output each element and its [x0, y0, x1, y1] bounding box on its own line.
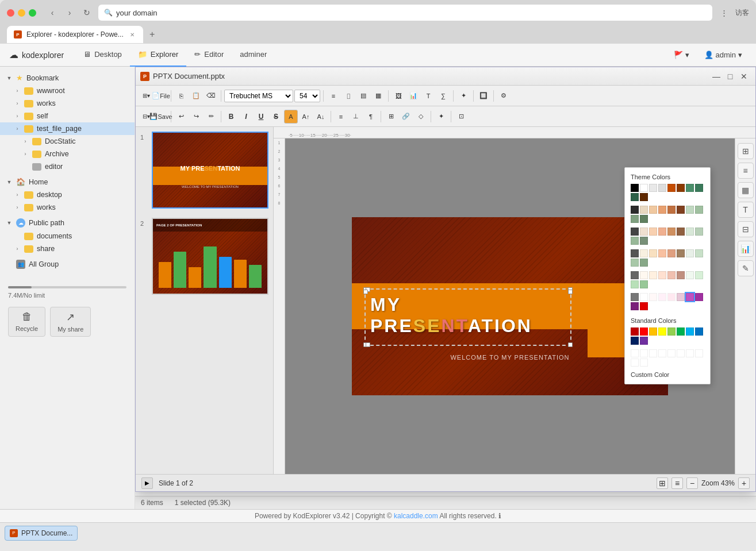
sidebar-item-works[interactable]: › works [0, 97, 135, 110]
cp-std-5[interactable] [667, 327, 676, 336]
footer-link[interactable]: kalcaddle.com [394, 512, 438, 520]
sidebar-item-editor[interactable]: editor [0, 160, 135, 173]
cp-r2-c2[interactable] [640, 206, 648, 214]
cp-r5-c4[interactable] [658, 271, 666, 279]
cp-r6-c7[interactable] [686, 293, 694, 301]
nav-item-explorer[interactable]: 📁 Explorer [130, 44, 186, 67]
handle-bm[interactable] [366, 342, 370, 347]
toolbar-halign-btn[interactable]: ≡ [334, 110, 348, 124]
cp-r6-c3[interactable] [649, 293, 657, 301]
toolbar-strike-btn[interactable]: S [269, 110, 283, 124]
zoom-grid-btn[interactable]: ⊞ [657, 477, 668, 489]
toolbar-chart-btn[interactable]: 📊 [406, 89, 420, 103]
pptx-minimize-button[interactable]: — [709, 70, 723, 83]
browser-tab[interactable]: P Explorer - kodexplorer - Powe... ✕ [7, 26, 143, 43]
rp-panel-btn[interactable]: ▦ [738, 182, 754, 198]
cp-r4-c2[interactable] [640, 249, 648, 257]
cp-color-gray1[interactable] [649, 184, 657, 192]
cp-r3-c10[interactable] [640, 237, 648, 245]
sidebar-item-share[interactable]: › share [0, 242, 135, 255]
cp-r4-c7[interactable] [686, 249, 694, 257]
toolbar-align-btn3[interactable]: ▤ [356, 89, 370, 103]
zoom-list-btn[interactable]: ≡ [671, 477, 683, 489]
toolbar-table-btn[interactable]: ⊞ [384, 110, 398, 124]
nav-item-editor[interactable]: ✏ Editor [186, 44, 232, 67]
forward-button[interactable]: › [63, 6, 76, 20]
sidebar-item-docstatic[interactable]: › DocStatic [0, 135, 135, 148]
cp-r4-c4[interactable] [658, 249, 666, 257]
new-tab-button[interactable]: + [145, 28, 159, 41]
cp-std-2[interactable] [640, 327, 648, 336]
cp-r6-c4[interactable] [658, 293, 666, 301]
cp-r5-c5[interactable] [667, 271, 676, 279]
handle-br[interactable] [568, 342, 573, 347]
cp-r2-c9[interactable] [631, 215, 639, 223]
pptx-close-button[interactable]: ✕ [737, 70, 751, 83]
toolbar-valign-btn[interactable]: ⊥ [349, 110, 363, 124]
cp-color-darkbrown[interactable] [640, 193, 648, 201]
cp-empty-9[interactable] [631, 359, 639, 367]
cp-empty-10[interactable] [640, 359, 648, 367]
toolbar-slide-btn[interactable]: 🔲 [477, 89, 490, 103]
cp-r5-c3[interactable] [649, 271, 657, 279]
cp-custom-color[interactable]: Custom Color [631, 371, 704, 378]
cp-r6-c8[interactable] [695, 293, 703, 301]
toolbar-math-btn[interactable]: ∑ [436, 89, 450, 103]
sidebar-item-bookmark[interactable]: ▼ ★ Bookmark [0, 71, 135, 84]
cp-std-7[interactable] [686, 327, 694, 336]
play-button[interactable]: ▶ [141, 477, 153, 489]
cp-r4-c1[interactable] [631, 249, 639, 257]
toolbar-eraser-btn[interactable]: ⌫ [204, 89, 218, 103]
cp-r3-c6[interactable] [677, 228, 685, 236]
toolbar-anim-btn[interactable]: ✦ [456, 89, 470, 103]
cp-std-3[interactable] [649, 327, 657, 336]
cp-r4-c10[interactable] [640, 259, 648, 267]
cp-r5-c8[interactable] [695, 271, 703, 279]
toolbar-bold-btn[interactable]: B [224, 110, 238, 124]
nav-item-desktop[interactable]: 🖥 Desktop [75, 44, 130, 67]
handle-ml[interactable] [363, 290, 368, 294]
zoom-out-btn[interactable]: − [686, 477, 698, 489]
toolbar-clear-btn[interactable]: ✏ [204, 110, 218, 124]
toolbar-misc-btn[interactable]: ⊡ [454, 110, 468, 124]
cp-r2-c10[interactable] [640, 215, 648, 223]
sidebar-item-public[interactable]: ▼ ☁ Public path [0, 216, 135, 230]
sidebar-item-wwwroot[interactable]: › wwwroot [0, 84, 135, 97]
cp-r5-c9[interactable] [631, 280, 639, 288]
cp-r3-c8[interactable] [695, 228, 703, 236]
rp-chart-btn[interactable]: 📊 [738, 241, 754, 257]
toolbar-file-btn[interactable]: 📄 File [154, 89, 168, 103]
sidebar-item-self[interactable]: › self [0, 110, 135, 122]
cp-empty-4[interactable] [658, 349, 666, 357]
cp-color-teal1[interactable] [686, 184, 694, 192]
cp-empty-1[interactable] [631, 349, 639, 357]
toolbar-fontsize-dn-btn[interactable]: A↓ [314, 110, 328, 124]
cp-std-1[interactable] [631, 327, 639, 336]
cp-color-gray2[interactable] [658, 184, 666, 192]
maximize-button[interactable] [29, 9, 36, 17]
recycle-button[interactable]: 🗑 Recycle [8, 307, 45, 337]
minimize-button[interactable] [18, 9, 25, 17]
refresh-button[interactable]: ↻ [80, 6, 94, 20]
cp-r3-c5[interactable] [667, 228, 676, 236]
cp-std-6[interactable] [677, 327, 685, 336]
cp-r2-c6[interactable] [677, 206, 685, 214]
toolbar-copy-btn[interactable]: ⎘ [174, 89, 188, 103]
cp-r2-c1[interactable] [631, 206, 639, 214]
user-button[interactable]: 👤 admin ▾ [700, 48, 747, 61]
cp-r5-c2[interactable] [640, 271, 648, 279]
sidebar-item-test-file-page[interactable]: › test_file_page [0, 122, 135, 135]
toolbar-shape-btn[interactable]: ◇ [414, 110, 428, 124]
sidebar-item-allgroup[interactable]: 👥 All Group [0, 257, 135, 271]
toolbar-align-btn1[interactable]: ≡ [327, 89, 340, 103]
toolbar-link-btn[interactable]: 🔗 [399, 110, 413, 124]
cp-r3-c3[interactable] [649, 228, 657, 236]
sidebar-item-documents[interactable]: documents [0, 230, 135, 242]
sidebar-item-archive[interactable]: › Archive [0, 148, 135, 160]
taskbar-item-pptx[interactable]: P PPTX Docume... [5, 526, 78, 541]
close-button[interactable] [7, 9, 14, 17]
cp-r3-c4[interactable] [658, 228, 666, 236]
cp-r6-c6[interactable] [677, 293, 685, 301]
toolbar-fontsize-up-btn[interactable]: A↑ [299, 110, 313, 124]
cp-empty-8[interactable] [695, 349, 703, 357]
